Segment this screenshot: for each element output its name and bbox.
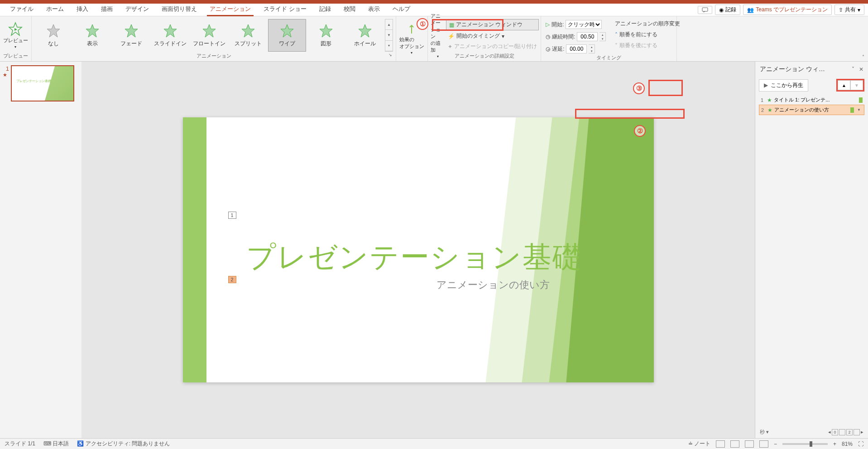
callout-3: ③ <box>633 82 645 94</box>
reorder-up-button[interactable]: ▲ <box>838 80 850 90</box>
tab-insert[interactable]: 挿入 <box>70 3 95 16</box>
item-dropdown-icon[interactable]: ▼ <box>856 108 862 112</box>
duration-label: 継続時間: <box>552 33 575 41</box>
zoom-out-button[interactable]: − <box>774 441 777 447</box>
svg-marker-5 <box>125 24 138 37</box>
slide-title-text[interactable]: プレゼンテーション基礎 <box>246 237 582 277</box>
anim-floatin[interactable]: フロートイン <box>190 19 228 52</box>
start-select[interactable]: クリック時 <box>566 20 602 29</box>
sorter-view-button[interactable] <box>730 440 739 448</box>
slide-canvas: 1 2 プレゼンテーション基礎 アニメーションの使い方 <box>82 62 755 438</box>
tab-design[interactable]: デザイン <box>119 3 155 16</box>
start-label: 開始: <box>551 21 564 29</box>
svg-marker-3 <box>47 24 60 37</box>
animation-item-1[interactable]: 1 ★ タイトル 1: プレゼンテ... <box>759 95 864 105</box>
animation-list: 1 ★ タイトル 1: プレゼンテ... 2 ★ アニメーションの使い方 ▼ <box>755 93 868 117</box>
callout-2: ② <box>634 125 646 137</box>
svg-rect-0 <box>702 8 708 11</box>
tab-transitions[interactable]: 画面切り替え <box>155 3 203 16</box>
anim-wheel[interactable]: ホイール <box>346 19 384 52</box>
pane-close-icon[interactable]: ✕ <box>859 66 863 72</box>
comments-button[interactable] <box>698 6 712 14</box>
reorder-buttons: ▲ ▼ <box>836 79 864 92</box>
svg-marker-11 <box>359 24 371 37</box>
notes-button[interactable]: ≐ ノート <box>688 440 710 448</box>
tab-review[interactable]: 校閲 <box>337 3 362 16</box>
tab-home[interactable]: ホーム <box>40 3 70 16</box>
delay-label: 遅延: <box>552 45 564 53</box>
star-icon: ★ <box>767 97 772 103</box>
duration-input[interactable] <box>577 32 598 41</box>
duration-spinner[interactable]: ▲▼ <box>599 32 606 41</box>
tab-file[interactable]: ファイル <box>4 3 40 16</box>
anim-none[interactable]: なし <box>34 19 72 52</box>
slide-subtitle-text[interactable]: アニメーションの使い方 <box>436 278 550 292</box>
language-indicator[interactable]: ⌨ 日本語 <box>43 440 69 448</box>
move-later-button: ˅順番を後にする <box>613 41 682 50</box>
slide[interactable]: 1 2 プレゼンテーション基礎 アニメーションの使い方 <box>183 117 654 382</box>
animation-pane-title: アニメーション ウィ… <box>760 65 825 73</box>
collapse-ribbon-button[interactable]: ˄ <box>862 54 864 59</box>
anim-split[interactable]: スプリット <box>229 19 267 52</box>
group-label-timing: タイミング <box>544 54 674 62</box>
anim-shape[interactable]: 図形 <box>307 19 345 52</box>
ribbon: プレビュー▾ プレビュー なし 表示 フェード スライドイン フロートイン スプ… <box>0 16 868 62</box>
status-bar: スライド 1/1 ⌨ 日本語 ♿ アクセシビリティ: 問題ありません ≐ ノート… <box>0 438 868 449</box>
zoom-in-button[interactable]: + <box>833 441 836 447</box>
animation-pane-button[interactable]: ▦ アニメーション ウィンドウ <box>446 19 539 30</box>
tab-slideshow[interactable]: スライド ショー <box>257 3 313 16</box>
normal-view-button[interactable] <box>716 440 725 448</box>
reading-view-button[interactable] <box>745 440 754 448</box>
svg-marker-10 <box>320 24 332 37</box>
slide-counter: スライド 1/1 <box>5 440 35 448</box>
pane-icon: ▦ <box>449 22 454 28</box>
trigger-button[interactable]: ⚡開始のタイミング ▾ <box>446 31 539 41</box>
animation-item-2[interactable]: 2 ★ アニメーションの使い方 ▼ <box>759 105 864 115</box>
clock-icon: ◷ <box>546 34 550 40</box>
slideshow-view-button[interactable] <box>759 440 768 448</box>
tab-view[interactable]: 表示 <box>362 3 386 16</box>
svg-marker-9 <box>281 24 293 37</box>
reorder-down-button[interactable]: ▼ <box>850 80 863 90</box>
accessibility-status[interactable]: ♿ アクセシビリティ: 問題ありません <box>77 440 170 448</box>
tab-record[interactable]: 記録 <box>313 3 337 16</box>
play-from-button[interactable]: ▶ここから再生 <box>759 79 808 92</box>
tab-animations[interactable]: アニメーション <box>203 3 257 16</box>
share-button[interactable]: ⇧ 共有 ▾ <box>834 5 864 15</box>
thumb-animation-icon: ★ <box>3 72 9 78</box>
svg-marker-2 <box>14 28 17 31</box>
reorder-label: アニメーションの順序変更 <box>613 19 682 29</box>
animation-tag-2[interactable]: 2 <box>228 276 236 283</box>
svg-marker-7 <box>203 24 216 37</box>
anim-appear[interactable]: 表示 <box>73 19 111 52</box>
teams-present-button[interactable]: 👥 Teams でプレゼンテーション <box>743 5 832 15</box>
tab-draw[interactable]: 描画 <box>95 3 119 16</box>
svg-marker-8 <box>242 24 254 37</box>
callout-1: ① <box>417 18 428 30</box>
star-icon: ★ <box>767 107 772 113</box>
add-animation-button[interactable]: + アニメーション の追加▾ <box>431 18 445 52</box>
group-label-advanced: アニメーションの詳細設定 <box>431 53 538 60</box>
tab-help[interactable]: ヘルプ <box>386 3 417 16</box>
timeline-ruler[interactable]: ◂ 0 2 ▸ <box>828 429 863 435</box>
slide-thumbnails: 1 ★ プレゼンテーション基礎 <box>0 62 82 438</box>
svg-marker-4 <box>86 24 99 37</box>
thumb-number: 1 <box>3 65 9 72</box>
slide-thumbnail-1[interactable]: プレゼンテーション基礎 <box>11 65 74 101</box>
anim-flyin[interactable]: スライドイン <box>151 19 189 52</box>
pane-dropdown-icon[interactable]: ˅ <box>852 66 854 72</box>
group-label-preview: プレビュー <box>3 53 29 60</box>
anim-wipe[interactable]: ワイプ <box>268 19 306 52</box>
zoom-slider[interactable] <box>782 443 828 445</box>
delay-input[interactable] <box>566 44 587 53</box>
anim-fade[interactable]: フェード <box>112 19 150 52</box>
animation-pane: アニメーション ウィ… ˅ ✕ ▶ここから再生 ▲ ▼ 1 ★ タイトル 1: … <box>755 62 868 438</box>
record-button[interactable]: ◉ 記録 <box>715 5 740 15</box>
preview-button[interactable]: プレビュー▾ <box>3 19 28 52</box>
animation-tag-1[interactable]: 1 <box>228 212 236 219</box>
fit-window-button[interactable]: ⛶ <box>858 441 863 447</box>
gallery-scroll[interactable]: ▲▼▾ <box>385 19 393 52</box>
zoom-level[interactable]: 81% <box>842 441 853 447</box>
move-earlier-button[interactable]: ˄順番を前にする <box>613 30 682 39</box>
delay-spinner[interactable]: ▲▼ <box>589 44 595 53</box>
